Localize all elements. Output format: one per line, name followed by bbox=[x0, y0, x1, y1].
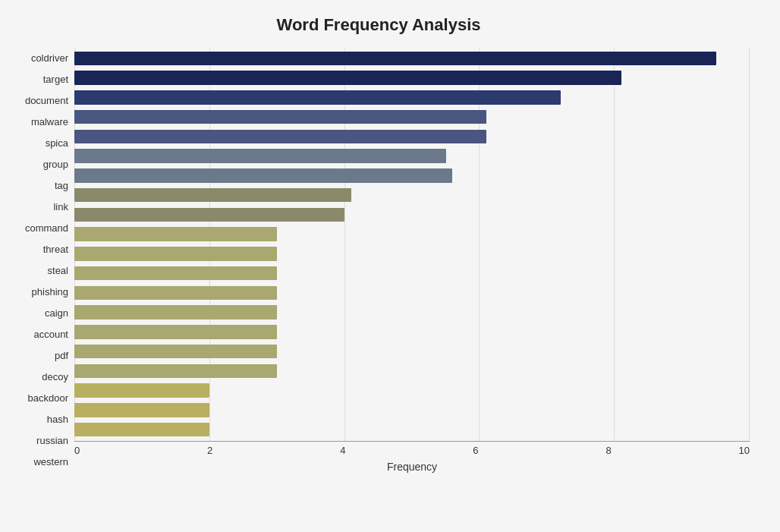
bar-row-russian bbox=[74, 401, 750, 420]
bar-phishing bbox=[74, 266, 277, 281]
bar-western bbox=[74, 423, 209, 437]
bar-command bbox=[74, 208, 344, 222]
y-label-tag: tag bbox=[55, 181, 68, 190]
bar-link bbox=[74, 188, 351, 203]
bar-decoy bbox=[74, 345, 277, 359]
bar-coldriver bbox=[74, 52, 716, 66]
bar-row-western bbox=[74, 420, 750, 439]
bar-row-account bbox=[74, 303, 750, 323]
y-label-hash: hash bbox=[47, 414, 68, 424]
bar-row-pdf bbox=[74, 323, 750, 342]
x-tick: 4 bbox=[340, 445, 345, 456]
x-axis: 0246810 bbox=[74, 441, 750, 456]
x-tick: 0 bbox=[74, 445, 80, 456]
y-label-caign: caign bbox=[45, 308, 68, 318]
x-tick: 6 bbox=[473, 445, 478, 456]
x-axis-label: Frequency bbox=[74, 461, 750, 473]
bar-document bbox=[74, 90, 561, 105]
y-label-target: target bbox=[43, 74, 68, 84]
y-label-phishing: phishing bbox=[32, 287, 68, 297]
y-labels: coldrivertargetdocumentmalwarespicagroup… bbox=[8, 47, 74, 473]
y-label-link: link bbox=[53, 202, 68, 212]
bar-tag bbox=[74, 168, 452, 183]
bar-row-document bbox=[74, 88, 750, 108]
chart-container: Word Frequency Analysis coldrivertargetd… bbox=[0, 0, 780, 532]
bar-row-decoy bbox=[74, 342, 750, 361]
y-label-malware: malware bbox=[31, 117, 68, 127]
bar-row-tag bbox=[74, 166, 750, 186]
y-label-command: command bbox=[25, 223, 68, 233]
x-tick: 8 bbox=[605, 445, 611, 456]
x-tick: 2 bbox=[207, 445, 212, 456]
y-label-document: document bbox=[25, 96, 68, 105]
bar-row-phishing bbox=[74, 263, 750, 283]
bar-threat bbox=[74, 227, 277, 241]
bar-row-malware bbox=[74, 107, 750, 127]
x-tick: 10 bbox=[738, 445, 749, 456]
bar-row-caign bbox=[74, 283, 750, 303]
bar-row-threat bbox=[74, 225, 750, 244]
y-label-coldriver: coldriver bbox=[31, 53, 68, 63]
y-label-decoy: decoy bbox=[42, 372, 68, 382]
bar-target bbox=[74, 71, 621, 85]
bar-row-coldriver bbox=[74, 49, 750, 68]
bar-account bbox=[74, 305, 277, 320]
bar-spica bbox=[74, 130, 486, 144]
chart-area: coldrivertargetdocumentmalwarespicagroup… bbox=[8, 47, 750, 473]
y-label-spica: spica bbox=[46, 138, 68, 148]
bar-row-spica bbox=[74, 127, 750, 146]
bar-malware bbox=[74, 110, 486, 124]
bar-pdf bbox=[74, 325, 277, 339]
bar-row-group bbox=[74, 146, 750, 166]
bar-row-target bbox=[74, 68, 750, 88]
bar-row-link bbox=[74, 185, 750, 205]
y-label-account: account bbox=[33, 329, 68, 339]
y-label-group: group bbox=[43, 159, 68, 169]
bar-row-steal bbox=[74, 244, 750, 264]
y-label-russian: russian bbox=[36, 436, 68, 445]
bar-backdoor bbox=[74, 364, 277, 379]
y-label-backdoor: backdoor bbox=[28, 393, 68, 403]
bar-russian bbox=[74, 403, 209, 417]
bar-row-hash bbox=[74, 381, 750, 401]
bars-area bbox=[74, 47, 750, 441]
bar-group bbox=[74, 149, 446, 163]
bar-row-backdoor bbox=[74, 361, 750, 381]
bar-hash bbox=[74, 383, 209, 398]
bars-wrapper bbox=[74, 47, 750, 441]
bar-row-command bbox=[74, 205, 750, 225]
y-label-threat: threat bbox=[43, 244, 68, 254]
y-label-pdf: pdf bbox=[55, 351, 68, 360]
bar-caign bbox=[74, 286, 277, 301]
bars-and-x: 0246810 Frequency bbox=[74, 47, 750, 473]
bar-steal bbox=[74, 247, 277, 261]
y-label-western: western bbox=[33, 457, 68, 467]
y-label-steal: steal bbox=[48, 266, 68, 275]
chart-title: Word Frequency Analysis bbox=[8, 15, 750, 35]
